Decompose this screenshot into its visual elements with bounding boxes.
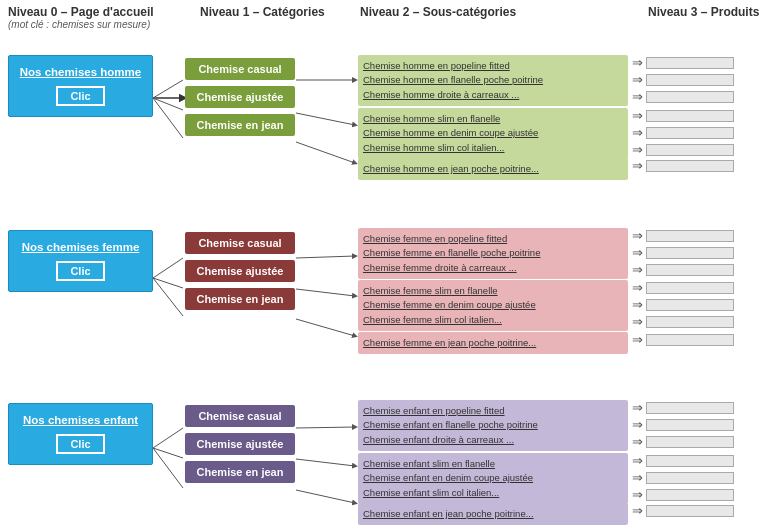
cat-homme-casual[interactable]: Chemise casual	[185, 58, 295, 80]
subcat-femme-casual: Chemise femme en popeline fitted Chemise…	[358, 228, 628, 279]
subcat-enfant-ajustee-p1: Chemise enfant slim en flanelle	[363, 457, 623, 471]
svg-line-14	[296, 289, 355, 296]
arrow-icon: ⇒	[632, 487, 643, 502]
svg-line-6	[153, 278, 183, 316]
subcat-homme-casual: Chemise homme en popeline fitted Chemise…	[358, 55, 628, 106]
diagram: Niveau 0 – Page d'accueil (mot clé : che…	[0, 0, 768, 525]
cat-enfant-ajustee[interactable]: Chemise ajustée	[185, 433, 295, 455]
svg-line-8	[153, 448, 183, 458]
arrow-icon: ⇒	[632, 314, 643, 329]
svg-line-5	[153, 278, 183, 288]
arrow-icon-2: ⇒	[632, 72, 643, 87]
enfant-clic[interactable]: Clic	[56, 434, 104, 454]
svg-line-11	[296, 113, 355, 125]
level3-enfant-casual: ⇒ ⇒ ⇒	[632, 400, 734, 449]
level0-homme-box: Nos chemises homme Clic	[8, 55, 153, 117]
svg-line-4	[153, 258, 183, 278]
subcat-homme-jean: Chemise homme en jean poche poitrine...	[358, 158, 628, 180]
femme-clic[interactable]: Clic	[56, 261, 104, 281]
l3-h-c-2: ⇒	[632, 72, 734, 87]
arrow-icon: ⇒	[632, 280, 643, 295]
arrow-icon: ⇒	[632, 434, 643, 449]
svg-line-9	[153, 448, 183, 488]
level3-header: Niveau 3 – Produits	[648, 5, 759, 19]
arrow-icon-1: ⇒	[632, 55, 643, 70]
subcat-femme-ajustee: Chemise femme slim en flanelle Chemise f…	[358, 280, 628, 331]
subcat-enfant-casual-p1: Chemise enfant en popeline fitted	[363, 404, 623, 418]
subcat-femme-ajustee-p2: Chemise femme en denim coupe ajustée	[363, 298, 623, 312]
cat-enfant-jean[interactable]: Chemise en jean	[185, 461, 295, 483]
subcat-homme-ajustee-p2: Chemise homme en denim coupe ajustée	[363, 126, 623, 140]
level0-femme-box: Nos chemises femme Clic	[8, 230, 153, 292]
svg-line-17	[296, 459, 355, 466]
svg-line-16	[296, 427, 355, 428]
cat-homme-jean[interactable]: Chemise en jean	[185, 114, 295, 136]
level1-enfant: Chemise casual Chemise ajustée Chemise e…	[185, 405, 295, 483]
subcat-homme-jean-p1: Chemise homme en jean poche poitrine...	[363, 162, 623, 176]
cat-femme-casual[interactable]: Chemise casual	[185, 232, 295, 254]
prod-rect	[646, 144, 734, 156]
arrow-icon: ⇒	[632, 470, 643, 485]
cat-enfant-casual[interactable]: Chemise casual	[185, 405, 295, 427]
level3-femme-casual: ⇒ ⇒ ⇒	[632, 228, 734, 277]
prod-rect	[646, 299, 734, 311]
prod-rect	[646, 316, 734, 328]
prod-rect	[646, 57, 734, 69]
arrow-icon: ⇒	[632, 262, 643, 277]
prod-rect	[646, 160, 734, 172]
prod-rect	[646, 247, 734, 259]
subcat-femme-casual-p2: Chemise femme en flanelle poche poitrine	[363, 246, 623, 260]
arrow-icon: ⇒	[632, 158, 643, 173]
arrow-icon: ⇒	[632, 332, 643, 347]
prod-rect	[646, 110, 734, 122]
femme-label[interactable]: Nos chemises femme	[15, 241, 146, 253]
prod-rect	[646, 472, 734, 484]
subcat-femme-casual-p1: Chemise femme en popeline fitted	[363, 232, 623, 246]
subcat-homme-ajustee: Chemise homme slim en flanelle Chemise h…	[358, 108, 628, 159]
arrow-icon: ⇒	[632, 503, 643, 518]
subcat-homme-casual-p2: Chemise homme en flanelle poche poitrine	[363, 73, 623, 87]
prod-rect	[646, 402, 734, 414]
level3-homme-casual: ⇒ ⇒ ⇒	[632, 55, 734, 104]
level3-enfant-ajustee: ⇒ ⇒ ⇒	[632, 453, 734, 502]
arrow-icon: ⇒	[632, 125, 643, 140]
level1-femme: Chemise casual Chemise ajustée Chemise e…	[185, 232, 295, 310]
arrow-icon-3: ⇒	[632, 89, 643, 104]
svg-line-15	[296, 319, 355, 336]
homme-label[interactable]: Nos chemises homme	[15, 66, 146, 78]
level0-title: Niveau 0 – Page d'accueil	[8, 5, 154, 19]
prod-rect	[646, 419, 734, 431]
level1-header: Niveau 1 – Catégories	[200, 5, 325, 19]
subcat-homme-casual-p3: Chemise homme droite à carreaux ...	[363, 88, 623, 102]
prod-rect	[646, 436, 734, 448]
l3-h-a-3: ⇒	[632, 142, 734, 157]
svg-line-3	[153, 98, 183, 138]
level2-header: Niveau 2 – Sous-catégories	[360, 5, 516, 19]
homme-clic[interactable]: Clic	[56, 86, 104, 106]
svg-line-18	[296, 490, 355, 503]
prod-rect	[646, 455, 734, 467]
cat-homme-ajustee[interactable]: Chemise ajustée	[185, 86, 295, 108]
arrow-icon: ⇒	[632, 400, 643, 415]
level0-header: Niveau 0 – Page d'accueil (mot clé : che…	[8, 5, 154, 30]
enfant-label[interactable]: Nos chemises enfant	[15, 414, 146, 426]
level3-enfant-jean: ⇒	[632, 503, 734, 518]
prod-rect	[646, 74, 734, 86]
arrow-icon: ⇒	[632, 453, 643, 468]
prod-rect	[646, 505, 734, 517]
subcat-homme-casual-p1: Chemise homme en popeline fitted	[363, 59, 623, 73]
arrow-icon: ⇒	[632, 297, 643, 312]
cat-femme-jean[interactable]: Chemise en jean	[185, 288, 295, 310]
level3-homme-jean: ⇒	[632, 158, 734, 173]
arrow-icon: ⇒	[632, 417, 643, 432]
cat-femme-ajustee[interactable]: Chemise ajustée	[185, 260, 295, 282]
l3-h-c-1: ⇒	[632, 55, 734, 70]
svg-line-2	[153, 98, 183, 110]
l3-h-a-1: ⇒	[632, 108, 734, 123]
prod-rect	[646, 489, 734, 501]
arrow-icon: ⇒	[632, 245, 643, 260]
prod-rect	[646, 230, 734, 242]
l3-h-j-1: ⇒	[632, 158, 734, 173]
subcat-enfant-casual-p2: Chemise enfant en flanelle poche poitrin…	[363, 418, 623, 432]
subcat-enfant-jean-p1: Chemise enfant en jean poche poitrine...	[363, 507, 623, 521]
